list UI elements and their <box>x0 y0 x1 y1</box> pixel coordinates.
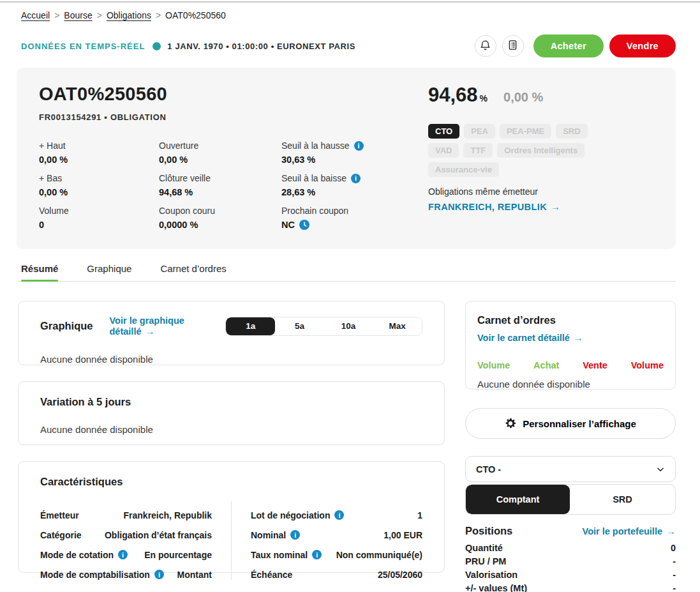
stat-haut: + Haut 0,00 % <box>39 140 159 165</box>
char-emetteur: Émetteur Frankreich, Republik <box>40 510 212 520</box>
positions-title: Positions <box>465 525 512 537</box>
info-icon[interactable]: i <box>290 530 300 540</box>
info-icon[interactable]: i <box>118 550 128 559</box>
stat-coupon-couru: Coupon couru 0,0000 % <box>159 206 281 230</box>
variation-card: Variation à 5 jours Aucune donnée dispon… <box>18 381 445 445</box>
orderbook-col-volume-sell: Volume <box>631 360 664 370</box>
range-max[interactable]: Max <box>373 317 422 335</box>
position-row-pru-pm: PRU / PM- <box>465 557 676 566</box>
characteristics-left-column: Émetteur Frankreich, Republik Catégorie … <box>40 501 212 580</box>
instrument-summary-card: OAT0%250560 FR0013154291 • OBLIGATION + … <box>17 68 676 249</box>
position-row-quantite: Quantité0 <box>465 543 676 552</box>
arrow-right-icon: → <box>666 526 676 536</box>
orderbook-title: Carnet d’ordres <box>477 314 664 326</box>
info-icon[interactable]: i <box>154 570 164 579</box>
summary-right: 94,68 % 0,00 % CTO PEA PEA-PME SRD VAD T… <box>428 84 660 230</box>
account-select[interactable]: CTO - <box>465 456 676 482</box>
orderbook-detail-link[interactable]: Voir le carnet détaillé→ <box>477 332 583 343</box>
badge-srd: SRD <box>556 124 587 139</box>
chart-range-selector: 1a 5a 10a Max <box>225 317 422 336</box>
characteristics-card: Caractéristiques Émetteur Frankreich, Re… <box>18 461 445 573</box>
realtime-data-label: DONNÉES EN TEMPS-RÉEL <box>21 42 145 51</box>
account-select-value: CTO - <box>476 464 501 474</box>
breadcrumb-separator: > <box>54 10 59 20</box>
orderbook-col-achat: Achat <box>533 360 559 370</box>
chart-card: Graphique Voir le graphique détaillé→ 1a… <box>18 301 445 365</box>
instrument-header-bar: DONNÉES EN TEMPS-RÉEL 1 JANV. 1970 • 01:… <box>21 34 676 57</box>
chart-detail-link[interactable]: Voir le graphique détaillé→ <box>110 315 226 337</box>
variation-empty-message: Aucune donnée disponible <box>40 424 422 435</box>
eligibility-badges: CTO PEA PEA-PME SRD VAD TTF Ordres Intel… <box>428 124 613 177</box>
arrow-right-icon: → <box>551 201 560 212</box>
order-list-icon <box>507 39 519 54</box>
tab-graphique[interactable]: Graphique <box>87 257 131 281</box>
arrow-right-icon: → <box>145 326 154 337</box>
breadcrumb-link-bourse[interactable]: Bourse <box>64 10 92 20</box>
chart-title: Graphique <box>40 320 93 332</box>
badge-ttf: TTF <box>463 143 493 158</box>
orderbook-headers: Volume Achat Vente Volume <box>477 360 664 370</box>
portfolio-link[interactable]: Voir le portefeuille→ <box>583 526 676 536</box>
info-icon[interactable]: i <box>351 174 361 183</box>
sell-button[interactable]: Vendre <box>609 34 676 57</box>
char-mode-comptabilisation: Mode de comptabilisationi Montant <box>40 569 212 580</box>
stat-seuil-hausse: Seuil à la haussei 30,63 % <box>281 140 428 165</box>
session-info: 1 JANV. 1970 • 01:00:00 • EURONEXT PARIS <box>167 42 355 51</box>
breadcrumb-link-accueil[interactable]: Accueil <box>21 10 50 20</box>
settlement-toggle: Comptant SRD <box>465 484 676 515</box>
char-categorie: Catégorie Obligation d’état français <box>40 529 212 540</box>
gear-icon <box>505 418 516 429</box>
buy-button[interactable]: Acheter <box>533 34 604 57</box>
settlement-comptant[interactable]: Comptant <box>466 485 570 514</box>
summary-left: OAT0%250560 FR0013154291 • OBLIGATION + … <box>39 84 428 230</box>
tab-carnet-ordres[interactable]: Carnet d’ordres <box>160 257 226 281</box>
badge-ordres-intelligents: Ordres Intelligents <box>497 143 585 158</box>
range-10a[interactable]: 10a <box>324 317 373 335</box>
tab-resume[interactable]: Résumé <box>21 257 58 281</box>
badge-assurance-vie: Assurance-vie <box>428 162 499 177</box>
breadcrumb-separator: > <box>97 10 102 20</box>
order-list-button[interactable] <box>502 35 524 57</box>
last-price: 94,68 <box>428 84 478 107</box>
stats-grid: + Haut 0,00 % Ouverture 0,00 % Seuil à l… <box>39 140 428 230</box>
info-icon[interactable]: i <box>334 510 344 520</box>
stat-prochain-coupon: Prochain coupon NC <box>281 206 428 230</box>
breadcrumb-link-obligations[interactable]: Obligations <box>107 10 151 20</box>
badge-pea: PEA <box>464 124 495 139</box>
orderbook-empty-message: Aucune donnée disponible <box>477 379 664 390</box>
char-lot-negociation: Lot de négociationi 1 <box>251 510 422 520</box>
instrument-isin: FR0013154291 • OBLIGATION <box>39 112 428 122</box>
chevron-down-icon <box>656 465 665 474</box>
orderbook-col-vente: Vente <box>583 360 607 370</box>
char-nominal: Nominali 1,00 EUR <box>251 529 422 540</box>
stat-cloture-veille: Clôture veille 94,68 % <box>159 173 281 197</box>
breadcrumb-current: OAT0%250560 <box>165 10 226 20</box>
chart-empty-message: Aucune donnée disponible <box>40 354 422 365</box>
position-row-values-mt: +/- values (Mt)- <box>465 584 676 592</box>
badge-vad: VAD <box>428 143 459 158</box>
characteristics-title: Caractéristiques <box>40 476 422 488</box>
alert-button[interactable] <box>475 35 496 57</box>
char-echeance: Échéance 25/05/2060 <box>251 569 422 580</box>
stat-seuil-baisse: Seuil à la baissei 28,63 % <box>281 173 428 197</box>
top-nav-border <box>0 0 700 3</box>
customize-display-button[interactable]: Personnaliser l’affichage <box>465 408 676 439</box>
info-icon[interactable]: i <box>312 550 322 559</box>
right-column: Carnet d’ordres Voir le carnet détaillé→… <box>465 301 676 592</box>
variation-title: Variation à 5 jours <box>40 396 422 408</box>
price-change: 0,00 % <box>503 90 543 105</box>
char-taux-nominal: Taux nominali Non communiqué(e) <box>251 549 422 560</box>
price-block: 94,68 % 0,00 % <box>428 84 660 107</box>
char-mode-cotation: Mode de cotationi En pourcentage <box>40 549 212 560</box>
same-issuer-link[interactable]: FRANKREICH, REPUBLIK→ <box>428 201 660 212</box>
range-1a[interactable]: 1a <box>226 317 275 335</box>
detail-tabs: Résumé Graphique Carnet d’ordres <box>18 257 676 282</box>
settlement-srd[interactable]: SRD <box>570 485 675 514</box>
info-icon[interactable]: i <box>354 141 364 151</box>
clock-icon[interactable] <box>299 220 309 230</box>
stat-volume: Volume 0 <box>39 206 159 230</box>
stat-bas: + Bas 0,00 % <box>39 173 159 197</box>
range-5a[interactable]: 5a <box>275 317 324 335</box>
bell-icon <box>479 39 491 54</box>
left-column: Graphique Voir le graphique détaillé→ 1a… <box>18 301 445 592</box>
